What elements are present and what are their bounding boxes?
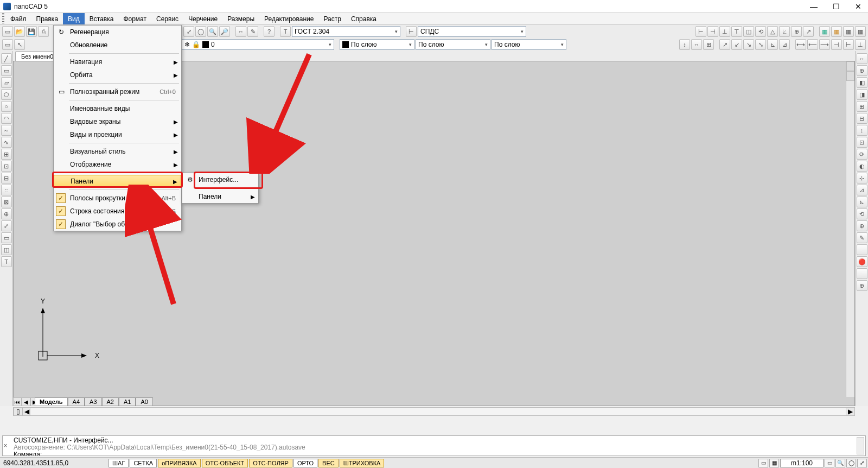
edit-tool-1[interactable]: ⊕ xyxy=(857,65,867,76)
close-button[interactable]: ✕ xyxy=(855,2,861,11)
edit-tool-2[interactable]: ◧ xyxy=(857,77,867,88)
scroll-first-button[interactable]: ⏮ xyxy=(13,397,22,406)
edit-tool-6[interactable]: ↕ xyxy=(857,125,867,136)
menu-item-10[interactable]: Виды и проекции▶ xyxy=(54,128,181,141)
hatch-4-button[interactable]: ▦ xyxy=(855,26,866,37)
layout-tab-А2[interactable]: А2 xyxy=(102,397,119,406)
edit-tool-16[interactable] xyxy=(857,244,867,255)
draw-tool-4[interactable]: ○ xyxy=(1,101,12,112)
edit-tool-10[interactable]: ⊹ xyxy=(857,173,867,184)
draw-tool-8[interactable]: ⊞ xyxy=(1,149,12,160)
menu-формат[interactable]: Формат xyxy=(118,13,151,24)
status-toggle-оПРИВЯЗКА[interactable]: оПРИВЯЗКА xyxy=(158,459,201,467)
hatch-1-button[interactable]: ▦ xyxy=(819,26,830,37)
draw-tool-14[interactable]: ⤢ xyxy=(1,220,12,231)
menu-черчение[interactable]: Черчение xyxy=(183,13,222,24)
submenu-item-2[interactable]: Панели▶ xyxy=(182,190,258,203)
status-toggle-ОТС-ПОЛЯР[interactable]: ОТС-ПОЛЯР xyxy=(249,459,292,467)
menu-item-6[interactable]: ▭Полноэкранный режимCtrl+0 xyxy=(54,85,181,98)
draw-tool-10[interactable]: ⊟ xyxy=(1,173,12,184)
font-dropdown[interactable]: ГОСТ 2.304 xyxy=(292,26,400,37)
mod-13-button[interactable]: ⊣ xyxy=(831,39,842,50)
mod-6-button[interactable]: ↘ xyxy=(743,39,754,50)
status-toggle-СЕТКА[interactable]: СЕТКА xyxy=(130,459,157,467)
pick-button[interactable]: ↖ xyxy=(14,39,25,50)
mod-14-button[interactable]: ⊢ xyxy=(843,39,854,50)
open-file-button[interactable]: 📂 xyxy=(14,26,25,37)
minimize-button[interactable]: — xyxy=(810,2,818,11)
menu-размеры[interactable]: Размеры xyxy=(222,13,259,24)
menu-item-12[interactable]: Визуальный стиль▶ xyxy=(54,145,181,158)
save-button[interactable]: 💾 xyxy=(26,26,37,37)
vertical-scrollbar[interactable] xyxy=(846,61,854,397)
menu-item-18[interactable]: ✓Строка состоянияAlt+S xyxy=(54,205,181,218)
lineweight-dropdown[interactable]: По слою xyxy=(416,39,490,50)
draw-tool-13[interactable]: ⊕ xyxy=(1,208,12,219)
menu-item-4[interactable]: Орбита▶ xyxy=(54,68,181,81)
edit-tool-12[interactable]: ⊾ xyxy=(857,197,867,207)
color-dropdown[interactable]: По слою xyxy=(340,39,414,50)
dim-2-button[interactable]: ⊣ xyxy=(707,26,718,37)
menu-item-13[interactable]: Отображение▶ xyxy=(54,158,181,171)
edit-tool-5[interactable]: ⊟ xyxy=(857,113,867,124)
layout-tab-А1[interactable]: А1 xyxy=(119,397,136,406)
mod-11-button[interactable]: ⟵ xyxy=(807,39,818,50)
dim-4-button[interactable]: ⊤ xyxy=(731,26,742,37)
draw-tool-17[interactable]: T xyxy=(1,256,12,267)
edit-tool-13[interactable]: ⟲ xyxy=(857,208,867,219)
edit-tool-14[interactable]: ⊕ xyxy=(857,220,867,231)
menu-растр[interactable]: Растр xyxy=(318,13,346,24)
layout-tab-А3[interactable]: А3 xyxy=(85,397,101,406)
menu-item-15[interactable]: Панели▶ xyxy=(54,175,181,188)
status-btn-1[interactable]: ▭ xyxy=(758,459,768,467)
mod-1-button[interactable]: ↕ xyxy=(679,39,690,50)
scale-dropdown[interactable]: m1:100 xyxy=(780,459,824,467)
menu-справка[interactable]: Справка xyxy=(346,13,381,24)
layout-tab-А4[interactable]: А4 xyxy=(68,397,85,406)
draw-tool-9[interactable]: ⊡ xyxy=(1,161,12,172)
hatch-2-button[interactable]: ▦ xyxy=(831,26,842,37)
draw-tool-3[interactable]: ⬠ xyxy=(1,89,12,100)
draw-tool-12[interactable]: ⊠ xyxy=(1,197,12,207)
draw-tool-1[interactable]: ▭ xyxy=(1,65,12,76)
layer-dropdown[interactable]: 💡❄🔒 0 xyxy=(171,39,334,50)
edit-tool-17[interactable]: 🔴 xyxy=(857,256,867,267)
mod-15-button[interactable]: ⊥ xyxy=(855,39,866,50)
status-btn-6[interactable]: ⤢ xyxy=(857,459,867,467)
menu-item-19[interactable]: ✓Диалог "Выбор объектов" xyxy=(54,218,181,231)
submenu-item-0[interactable]: ⚙Интерфейс... xyxy=(182,173,258,186)
draw-tool-11[interactable]: :: xyxy=(1,185,12,195)
menu-вставка[interactable]: Вставка xyxy=(85,13,119,24)
menu-файл[interactable]: Файл xyxy=(5,13,31,24)
status-toggle-ВЕС[interactable]: ВЕС xyxy=(318,459,339,467)
menu-item-3[interactable]: Навигация▶ xyxy=(54,55,181,68)
status-btn-3[interactable]: ▭ xyxy=(825,459,834,467)
mod-12-button[interactable]: ⟶ xyxy=(819,39,830,50)
dim-7-button[interactable]: △ xyxy=(767,26,778,37)
style-dropdown[interactable]: СПДС xyxy=(418,26,526,37)
status-btn-2[interactable]: ▦ xyxy=(769,459,779,467)
mod-7-button[interactable]: ⤡ xyxy=(755,39,766,50)
layout-tab-А0[interactable]: А0 xyxy=(136,397,152,406)
layout-split-button[interactable]: ▯ xyxy=(14,408,22,415)
dim-10-button[interactable]: ↗ xyxy=(803,26,814,37)
zoom-window-button[interactable]: ◯ xyxy=(195,26,206,37)
mod-2-button[interactable]: ↔ xyxy=(691,39,702,50)
zoom-extents-button[interactable]: ⤢ xyxy=(183,26,194,37)
edit-button[interactable]: ✎ xyxy=(247,26,258,37)
measure-button[interactable]: ↔ xyxy=(235,26,246,37)
hscroll-right-button[interactable]: ▶ xyxy=(846,408,854,415)
linetype-dropdown[interactable]: По слою xyxy=(492,39,566,50)
command-scrollbar[interactable] xyxy=(857,437,864,454)
layout-tab-Модель[interactable]: Модель xyxy=(35,397,68,406)
command-close-icon[interactable]: × xyxy=(2,442,9,450)
edit-tool-3[interactable]: ◨ xyxy=(857,89,867,100)
menu-item-9[interactable]: Видовые экраны▶ xyxy=(54,115,181,128)
edit-tool-0[interactable]: ↔ xyxy=(857,53,867,64)
new-file-button[interactable]: ▭ xyxy=(2,26,13,37)
edit-tool-8[interactable]: ⟳ xyxy=(857,149,867,160)
draw-tool-2[interactable]: ▱ xyxy=(1,77,12,88)
horizontal-scrollbar[interactable] xyxy=(31,408,846,415)
help-button[interactable]: ? xyxy=(264,26,275,37)
edit-tool-4[interactable]: ⊞ xyxy=(857,101,867,112)
